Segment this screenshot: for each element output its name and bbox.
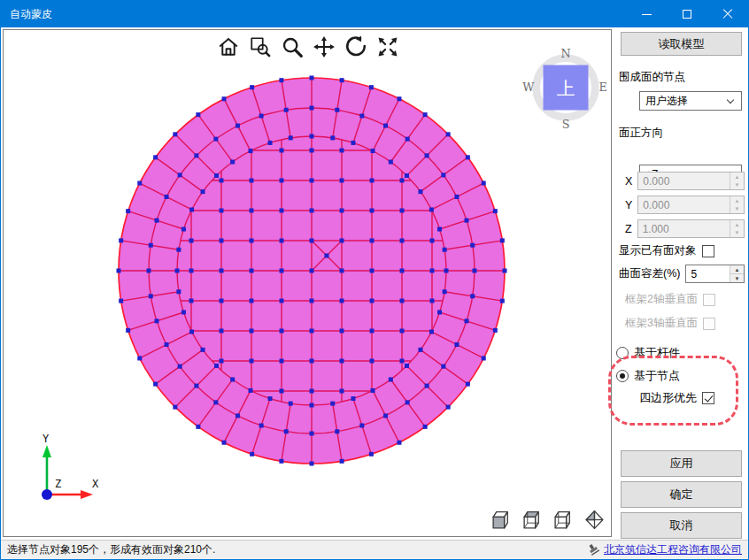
home-icon[interactable] bbox=[216, 35, 241, 59]
minimize-icon bbox=[642, 14, 652, 15]
axis-x-label: X bbox=[92, 478, 99, 490]
y-label: Y bbox=[625, 199, 632, 211]
close-icon bbox=[722, 9, 733, 19]
nodes-radio[interactable] bbox=[616, 370, 629, 382]
tolerance-label: 曲面容差(%) bbox=[619, 266, 680, 281]
close-button[interactable] bbox=[707, 1, 748, 27]
zoom-window-icon[interactable] bbox=[248, 35, 273, 59]
read-model-button[interactable]: 读取模型 bbox=[621, 32, 742, 56]
chevron-down-icon bbox=[727, 96, 734, 104]
maximize-button[interactable] bbox=[667, 1, 707, 27]
view-style-bar bbox=[490, 508, 606, 531]
compass-east-label: E bbox=[598, 81, 606, 94]
frame3-label: 框架3轴垂直面 bbox=[625, 316, 698, 331]
pan-icon[interactable] bbox=[312, 35, 336, 59]
axis-triad-icon: Y X Z bbox=[18, 433, 102, 517]
axis-z-label: Z bbox=[55, 478, 61, 490]
company-link[interactable]: 北京筑信达工程咨询有限公司 bbox=[604, 542, 742, 557]
spinner-arrows-icon[interactable]: ▲▼ bbox=[730, 173, 744, 189]
spinner-arrows-icon[interactable]: ▲▼ bbox=[730, 196, 744, 213]
zoom-extents-icon[interactable] bbox=[375, 35, 400, 59]
status-bar: 选择节点对象195个，形成有效面对象210个. 北京筑信达工程咨询有限公司 bbox=[1, 540, 748, 559]
window-title: 自动蒙皮 bbox=[1, 7, 52, 22]
rotate-icon[interactable] bbox=[344, 35, 368, 59]
compass-north-label: N bbox=[560, 47, 570, 60]
members-radio[interactable] bbox=[616, 347, 629, 359]
nodes-radio-label: 基于节点 bbox=[634, 368, 680, 384]
frame2-label: 框架2轴垂直面 bbox=[625, 292, 698, 307]
maximize-icon bbox=[683, 10, 691, 19]
dialog-body: N S W E 上 Y X Z bbox=[1, 27, 748, 540]
spinner-arrows-icon[interactable]: ▲▼ bbox=[730, 220, 744, 237]
compass-west-label: W bbox=[522, 81, 535, 94]
axis-y-label: Y bbox=[42, 433, 50, 445]
dialog-window: 自动蒙皮 bbox=[0, 0, 749, 560]
spinner-arrows-icon[interactable]: ▲▼ bbox=[730, 265, 744, 282]
nodes-group-label: 围成面的节点 bbox=[619, 70, 685, 85]
frame2-checkbox bbox=[703, 294, 715, 306]
apply-button[interactable]: 应用 bbox=[621, 450, 742, 477]
control-panel: 读取模型 围成面的节点 用户选择 面正方向 +Z X 0.000 ▲▼ Y bbox=[616, 28, 746, 539]
node-select-combobox[interactable]: 用户选择 bbox=[639, 91, 742, 111]
x-label: X bbox=[625, 175, 632, 188]
cube-top-icon[interactable] bbox=[521, 508, 544, 531]
based-on-nodes-option[interactable]: 基于节点 bbox=[616, 368, 680, 384]
x-spinbox[interactable]: 0.000 ▲▼ bbox=[637, 172, 745, 190]
based-on-members-option[interactable]: 基于杆件 bbox=[616, 345, 680, 361]
cube-iso-icon[interactable] bbox=[583, 508, 606, 531]
stamp-icon bbox=[587, 543, 600, 556]
cancel-button[interactable]: 取消 bbox=[621, 512, 742, 539]
z-spinbox[interactable]: 1.000 ▲▼ bbox=[637, 219, 745, 238]
status-message: 选择节点对象195个，形成有效面对象210个. bbox=[7, 542, 215, 557]
frame3-checkbox bbox=[703, 318, 715, 330]
tolerance-spinbox[interactable]: 5 ▲▼ bbox=[685, 265, 745, 283]
model-viewport[interactable]: N S W E 上 Y X Z bbox=[3, 29, 612, 537]
view-toolbar bbox=[216, 35, 400, 59]
compass-south-label: S bbox=[562, 118, 570, 131]
cube-wire-icon[interactable] bbox=[552, 508, 575, 531]
quad-priority-checkbox[interactable] bbox=[702, 392, 714, 404]
zoom-icon[interactable] bbox=[280, 35, 305, 59]
show-existing-label: 显示已有面对象 bbox=[619, 243, 697, 258]
quad-priority-label: 四边形优先 bbox=[639, 390, 697, 406]
z-label: Z bbox=[625, 223, 632, 235]
show-existing-checkbox[interactable] bbox=[702, 245, 714, 257]
members-radio-label: 基于杆件 bbox=[634, 345, 680, 361]
cube-solid-icon[interactable] bbox=[490, 508, 513, 531]
compass-up-label: 上 bbox=[557, 78, 575, 98]
view-compass[interactable]: N S W E 上 bbox=[522, 44, 609, 131]
ok-button[interactable]: 确定 bbox=[621, 481, 742, 508]
y-spinbox[interactable]: 0.000 ▲▼ bbox=[637, 196, 745, 214]
minimize-button[interactable] bbox=[626, 1, 667, 27]
title-bar: 自动蒙皮 bbox=[1, 1, 748, 27]
face-direction-label: 面正方向 bbox=[619, 126, 663, 141]
